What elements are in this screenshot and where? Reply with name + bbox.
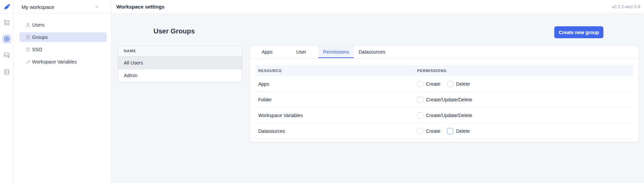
sidebar-item-label: SSO	[32, 47, 42, 52]
users-group-icon	[26, 35, 31, 40]
apps-create-checkbox[interactable]	[417, 81, 423, 87]
icon-rail	[0, 0, 14, 183]
top-bar: My workspace Workspace settings v2.2.2-e…	[0, 0, 644, 14]
datasources-server-icon[interactable]	[3, 51, 11, 59]
page-header-title: Workspace settings	[116, 0, 164, 14]
apps-delete-checkbox[interactable]	[447, 81, 453, 87]
version-label: v2.2.2-ee2.0.8	[612, 0, 640, 14]
shield-icon	[26, 47, 31, 52]
group-detail-tabs: Apps User Permissions Datasources	[250, 46, 639, 58]
checkbox-label[interactable]: Create	[426, 128, 440, 134]
checkbox-label[interactable]: Delete	[456, 81, 470, 87]
database-icon[interactable]	[3, 68, 11, 76]
permission-row-folder: Folder Create/Update/Delete	[255, 92, 633, 108]
workspace-selector[interactable]: My workspace	[21, 0, 107, 14]
datasources-create-option[interactable]: Create	[417, 128, 440, 134]
checkbox-label[interactable]: Create/Update/Delete	[426, 97, 472, 102]
user-icon	[26, 23, 31, 28]
permissions-column-header: PERMISSIONS	[414, 69, 633, 73]
resource-label: Folder	[255, 97, 414, 102]
tab-permissions[interactable]: Permissions	[318, 46, 354, 58]
workspace-settings-screen: Users Groups SSO Workspace Variables	[0, 0, 644, 183]
datasources-delete-checkbox[interactable]	[447, 128, 453, 134]
sidebar-item-label: Users	[32, 22, 45, 28]
group-detail-card: Apps User Permissions Datasources RESOUR…	[250, 45, 639, 142]
user-groups-title: User Groups	[153, 27, 195, 35]
permissions-table-header: RESOURCE PERMISSIONS	[255, 65, 633, 76]
resource-column-header: RESOURCE	[255, 69, 414, 73]
apps-icon[interactable]	[3, 18, 11, 27]
sidebar-item-label: Workspace Variables	[32, 59, 77, 65]
variables-icon	[26, 59, 31, 65]
checkbox-label[interactable]: Delete	[456, 128, 470, 134]
settings-sidebar: Users Groups SSO Workspace Variables	[14, 0, 112, 183]
sidebar-item-users[interactable]: Users	[19, 20, 107, 30]
permission-row-workspace-variables: Workspace Variables Create/Update/Delete	[255, 108, 633, 123]
sidebar-item-groups[interactable]: Groups	[19, 32, 107, 42]
divider	[13, 0, 14, 14]
checkbox-label[interactable]: Create/Update/Delete	[426, 113, 472, 118]
workspace-variables-cud-checkbox[interactable]	[417, 112, 423, 118]
resource-label: Workspace Variables	[255, 113, 414, 118]
apps-delete-option[interactable]: Delete	[447, 81, 470, 87]
folder-cud-option[interactable]: Create/Update/Delete	[417, 97, 472, 103]
checkbox-label[interactable]: Create	[426, 81, 440, 87]
sidebar-item-label: Groups	[32, 34, 48, 40]
tooljet-logo-icon[interactable]	[3, 3, 11, 11]
permission-row-datasources: Datasources Create Delete	[255, 123, 633, 139]
datasources-create-checkbox[interactable]	[417, 128, 423, 134]
sidebar-item-workspace-variables[interactable]: Workspace Variables	[19, 57, 107, 67]
tab-datasources[interactable]: Datasources	[354, 46, 390, 58]
permissions-table: RESOURCE PERMISSIONS Apps Create Delete	[255, 65, 633, 139]
folder-cud-checkbox[interactable]	[417, 97, 423, 103]
tab-apps[interactable]: Apps	[250, 46, 284, 58]
resource-label: Datasources	[255, 128, 414, 134]
settings-gear-icon[interactable]	[2, 34, 12, 44]
sidebar-item-sso[interactable]: SSO	[19, 45, 107, 54]
datasources-delete-option[interactable]: Delete	[447, 128, 470, 134]
group-row-all-users[interactable]: All Users	[118, 57, 242, 69]
groups-table-header: NAME	[118, 46, 242, 57]
chevron-down-icon	[94, 4, 99, 11]
workspace-name: My workspace	[21, 4, 54, 10]
create-new-group-button[interactable]: Create new group	[554, 26, 603, 38]
groups-list-table: NAME All Users Admin	[118, 45, 242, 82]
resource-label: Apps	[255, 81, 414, 87]
divider	[111, 0, 112, 14]
apps-create-option[interactable]: Create	[417, 81, 440, 87]
workspace-variables-cud-option[interactable]: Create/Update/Delete	[417, 112, 472, 118]
tab-user[interactable]: User	[284, 46, 318, 58]
permission-row-apps: Apps Create Delete	[255, 76, 633, 92]
group-row-admin[interactable]: Admin	[118, 69, 242, 82]
